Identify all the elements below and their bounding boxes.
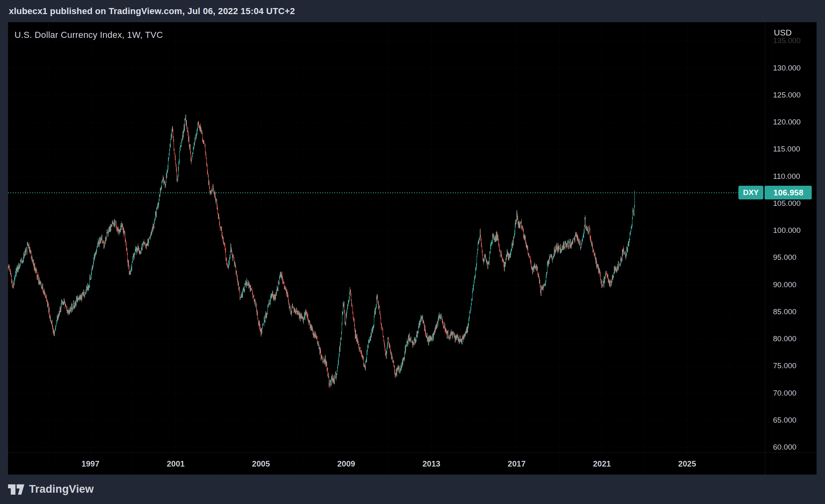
attribution-text: xlubecx1 published on TradingView.com, J… <box>9 6 295 17</box>
price-axis-label: 85.000 <box>773 307 813 317</box>
price-chart-canvas[interactable] <box>0 0 825 504</box>
last-price-value: 106.958 <box>773 188 803 197</box>
price-axis-label: 105.000 <box>773 198 813 209</box>
price-axis-label: 115.000 <box>773 144 813 154</box>
time-axis-label: 2017 <box>499 458 535 469</box>
price-axis-label: 80.000 <box>773 334 813 344</box>
price-axis-label: 130.000 <box>773 63 813 73</box>
price-axis-label: 90.000 <box>773 280 813 290</box>
symbol-price-chip: DXY <box>738 186 763 199</box>
price-axis-label-faded: 135.000 <box>773 36 801 45</box>
footer-bar: TradingView <box>0 475 825 504</box>
price-axis-label: 125.000 <box>773 90 813 100</box>
time-axis-label: 2025 <box>669 458 705 469</box>
time-axis-label: 2013 <box>413 458 450 469</box>
time-axis-label: 2005 <box>243 458 279 469</box>
attribution-bar: xlubecx1 published on TradingView.com, J… <box>0 0 825 22</box>
last-price-badge: 106.958 <box>765 186 812 199</box>
tradingview-brand-text[interactable]: TradingView <box>29 483 94 496</box>
price-axis-label: 95.000 <box>773 252 813 263</box>
tradingview-snapshot: xlubecx1 published on TradingView.com, J… <box>0 0 825 504</box>
time-axis-label: 2001 <box>158 458 194 469</box>
time-axis-label: 2021 <box>584 458 620 469</box>
price-axis-label: 120.000 <box>773 117 813 127</box>
price-axis-label: 65.000 <box>773 415 813 425</box>
price-axis-label: 70.000 <box>773 388 813 398</box>
price-axis-label: 60.000 <box>773 442 813 452</box>
time-axis-label: 2009 <box>328 458 364 469</box>
price-axis-label: 110.000 <box>773 171 813 182</box>
price-axis-label: 100.000 <box>773 225 813 236</box>
symbol-title[interactable]: U.S. Dollar Currency Index, 1W, TVC <box>15 30 163 40</box>
time-axis-label: 1997 <box>73 458 109 469</box>
tradingview-logo-icon[interactable] <box>8 484 26 495</box>
price-axis-label: 75.000 <box>773 361 813 371</box>
